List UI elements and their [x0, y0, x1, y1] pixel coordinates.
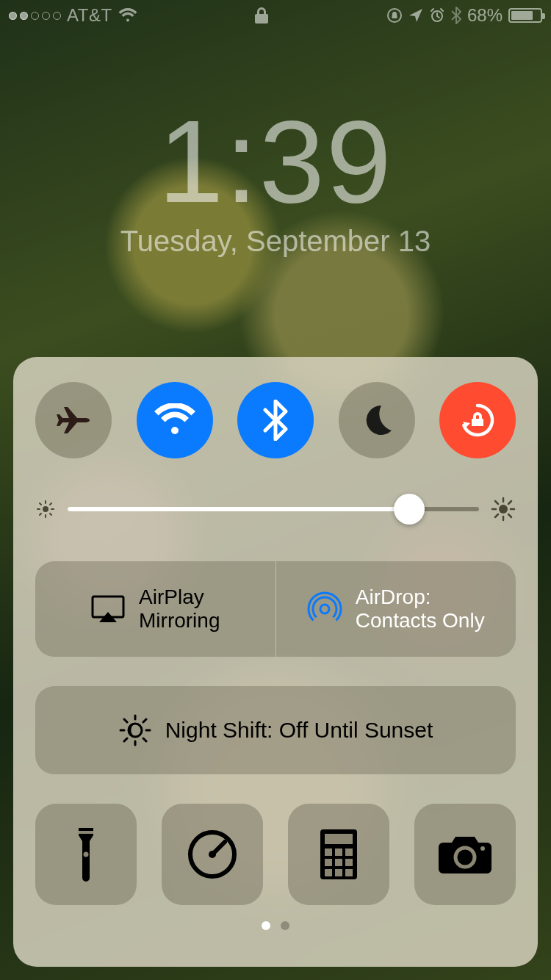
rotation-lock-icon: [457, 400, 498, 441]
battery-percent: 68%: [467, 5, 503, 26]
timer-button[interactable]: [162, 804, 263, 905]
svg-rect-16: [325, 859, 332, 866]
svg-point-5: [320, 605, 329, 613]
night-shift-label: Night Shift: Off Until Sunset: [165, 718, 433, 743]
svg-rect-14: [335, 849, 342, 856]
bluetooth-status-icon: [451, 7, 461, 24]
brightness-thumb[interactable]: [394, 494, 425, 525]
svg-rect-13: [325, 849, 332, 856]
svg-point-3: [499, 505, 508, 514]
page-dot[interactable]: [262, 921, 270, 930]
lock-time: 1:39: [0, 103, 551, 220]
moon-icon: [359, 403, 395, 438]
signal-dot: [31, 12, 39, 20]
signal-dot: [20, 12, 28, 20]
svg-point-23: [480, 846, 485, 851]
battery-icon: [508, 8, 542, 23]
lock-clock: 1:39 Tuesday, September 13: [0, 103, 551, 258]
signal-dot: [53, 12, 61, 20]
signal-dots: [9, 12, 61, 20]
brightness-low-icon: [35, 499, 56, 519]
bluetooth-icon: [263, 400, 288, 441]
quick-apps-row: [35, 804, 516, 905]
night-shift-button[interactable]: Night Shift: Off Until Sunset: [35, 686, 516, 774]
wifi-icon: [154, 403, 195, 437]
brightness-track[interactable]: [68, 507, 479, 511]
calculator-icon: [319, 828, 359, 881]
svg-rect-18: [345, 859, 353, 866]
status-bar: AT&T 68%: [0, 0, 551, 31]
airplay-label: AirPlay Mirroring: [139, 586, 220, 633]
airplay-button[interactable]: AirPlay Mirroring: [35, 561, 276, 657]
airplay-airdrop-row: AirPlay Mirroring AirDrop: Contacts Only: [35, 561, 516, 657]
airdrop-label: AirDrop: Contacts Only: [356, 586, 485, 633]
rotation-lock-toggle[interactable]: [439, 382, 516, 458]
signal-dot: [9, 12, 17, 20]
svg-rect-17: [335, 859, 342, 866]
wifi-toggle[interactable]: [137, 382, 213, 458]
svg-point-8: [84, 852, 89, 857]
brightness-slider[interactable]: [35, 497, 516, 522]
bluetooth-toggle[interactable]: [237, 382, 314, 458]
calculator-button[interactable]: [288, 804, 389, 905]
airdrop-button[interactable]: AirDrop: Contacts Only: [276, 561, 516, 657]
svg-rect-20: [335, 869, 342, 876]
brightness-high-icon: [491, 497, 516, 522]
airplane-mode-toggle[interactable]: [35, 382, 112, 458]
toggle-row: [35, 382, 516, 458]
flashlight-icon: [71, 826, 101, 882]
rotation-lock-status-icon: [386, 7, 403, 24]
status-right: 68%: [386, 5, 542, 26]
timer-icon: [187, 829, 238, 880]
svg-rect-19: [325, 869, 332, 876]
page-indicator[interactable]: [35, 921, 516, 930]
camera-button[interactable]: [414, 804, 516, 905]
status-center: [137, 7, 386, 24]
camera-icon: [437, 834, 493, 875]
night-shift-icon: [118, 713, 152, 747]
svg-point-2: [43, 506, 48, 512]
svg-rect-12: [325, 834, 353, 844]
lock-icon: [255, 7, 268, 24]
signal-dot: [42, 12, 50, 20]
airplane-icon: [53, 400, 94, 441]
svg-rect-21: [345, 869, 353, 876]
wifi-icon: [118, 8, 137, 23]
flashlight-button[interactable]: [35, 804, 137, 905]
svg-rect-7: [79, 831, 93, 834]
page-dot[interactable]: [281, 921, 289, 930]
svg-rect-15: [345, 849, 353, 856]
control-center-panel[interactable]: AirPlay Mirroring AirDrop: Contacts Only: [13, 357, 538, 967]
location-icon: [408, 8, 423, 23]
airdrop-icon: [307, 591, 342, 627]
alarm-icon: [429, 7, 445, 24]
carrier-label: AT&T: [67, 5, 112, 26]
do-not-disturb-toggle[interactable]: [339, 382, 415, 458]
lock-date: Tuesday, September 13: [0, 225, 551, 258]
status-left: AT&T: [9, 5, 137, 26]
airplay-icon: [90, 594, 126, 624]
